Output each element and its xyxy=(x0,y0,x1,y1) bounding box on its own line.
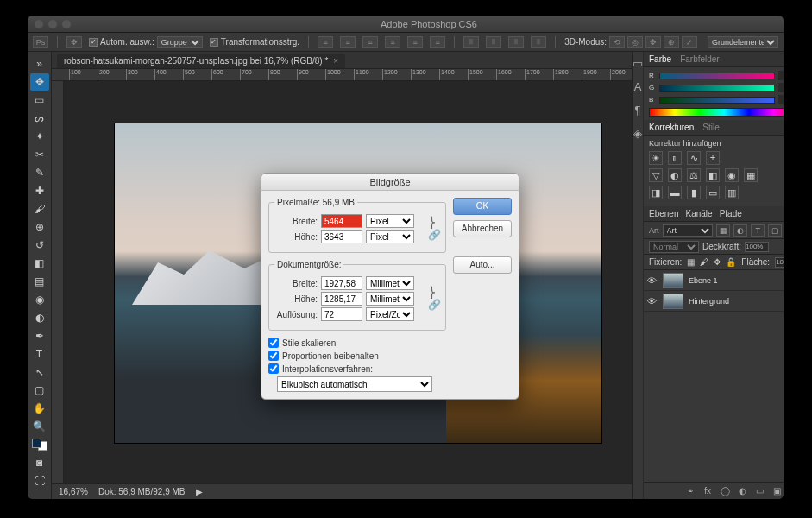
status-arrow-icon[interactable]: ▶ xyxy=(196,487,203,496)
paths-tab[interactable]: Pfade xyxy=(720,209,742,218)
wand-tool[interactable]: ✦ xyxy=(30,128,49,145)
photo-filter-icon[interactable]: ◉ xyxy=(725,168,739,182)
g-slider[interactable] xyxy=(659,85,775,92)
invert-icon[interactable]: ◨ xyxy=(649,186,663,199)
pixel-width-unit[interactable]: Pixel xyxy=(366,214,414,228)
b-slider[interactable] xyxy=(659,97,775,104)
layers-tab[interactable]: Ebenen xyxy=(649,209,678,218)
align-icon[interactable]: ≡ xyxy=(362,36,378,48)
distribute-icon[interactable]: ⫴ xyxy=(508,36,524,48)
mask-icon[interactable]: ◯ xyxy=(718,485,732,497)
shape-tool[interactable]: ▢ xyxy=(30,382,49,399)
heal-tool[interactable]: ✚ xyxy=(30,182,49,199)
history-panel-icon[interactable]: ▭ xyxy=(633,57,643,70)
layer-row[interactable]: 👁 Ebene 1 xyxy=(644,270,784,291)
quickmask-tool[interactable]: ◙ xyxy=(30,454,49,471)
brightness-icon[interactable]: ☀ xyxy=(649,151,663,165)
align-icon[interactable]: ≡ xyxy=(340,36,356,48)
lock-trans-icon[interactable]: ▦ xyxy=(687,257,695,267)
styles-tab[interactable]: Stile xyxy=(702,123,719,132)
fill-input[interactable] xyxy=(775,257,784,268)
visibility-icon[interactable]: 👁 xyxy=(647,296,658,306)
resample-checkbox[interactable] xyxy=(268,363,279,374)
align-icon[interactable]: ≡ xyxy=(407,36,423,48)
zoom-tool[interactable]: 🔍 xyxy=(30,418,49,435)
threshold-icon[interactable]: ▮ xyxy=(687,186,701,199)
ok-button[interactable]: OK xyxy=(453,198,512,215)
crop-tool[interactable]: ✂ xyxy=(30,146,49,163)
gradient-tool[interactable]: ▤ xyxy=(30,273,49,290)
close-tab-icon[interactable]: × xyxy=(333,56,338,66)
hue-icon[interactable]: ◐ xyxy=(668,168,682,182)
adjustment-layer-icon[interactable]: ◐ xyxy=(735,485,749,497)
new-layer-icon[interactable]: ▣ xyxy=(770,485,784,497)
auto-select-dropdown[interactable]: Gruppe xyxy=(157,36,203,48)
3d-panel-icon[interactable]: ◈ xyxy=(633,127,642,140)
fx-icon[interactable]: fx xyxy=(701,485,714,497)
mode3d-icon[interactable]: ⟲ xyxy=(609,36,625,48)
color-swatches[interactable] xyxy=(30,436,49,453)
char-panel-icon[interactable]: A xyxy=(634,80,642,93)
balance-icon[interactable]: ⚖ xyxy=(687,168,701,182)
adjustments-tab[interactable]: Korrekturen xyxy=(649,123,694,132)
resolution-input[interactable] xyxy=(321,307,362,321)
mixer-icon[interactable]: ▦ xyxy=(744,168,758,182)
pixel-height-input[interactable] xyxy=(321,230,362,243)
auto-select-checkbox[interactable]: ✓ xyxy=(89,38,98,47)
link-layers-icon[interactable]: ⚭ xyxy=(683,485,697,497)
r-slider[interactable] xyxy=(659,73,775,79)
lasso-tool[interactable]: ᔕ xyxy=(30,110,49,127)
constrain-proportions-checkbox[interactable] xyxy=(268,351,279,361)
channels-tab[interactable]: Kanäle xyxy=(685,209,712,218)
color-tab[interactable]: Farbe xyxy=(649,54,671,64)
constrain-link-icon[interactable]: ⎬ 🔗 xyxy=(428,212,440,245)
ps-logo-icon[interactable]: Ps xyxy=(33,36,48,48)
filter-adj-icon[interactable]: ◐ xyxy=(733,224,747,237)
brush-tool[interactable]: 🖌 xyxy=(30,200,49,218)
cancel-button[interactable]: Abbrechen xyxy=(453,220,512,237)
align-icon[interactable]: ≡ xyxy=(430,36,445,48)
distribute-icon[interactable]: ⫴ xyxy=(463,36,479,48)
doc-height-unit[interactable]: Millimeter xyxy=(366,292,414,306)
pen-tool[interactable]: ✒ xyxy=(30,327,49,344)
screenmode-tool[interactable]: ⛶ xyxy=(30,472,49,490)
lock-pos-icon[interactable]: ✥ xyxy=(714,257,721,267)
curves-icon[interactable]: ∿ xyxy=(687,151,701,165)
distribute-icon[interactable]: ⫴ xyxy=(531,36,546,48)
distribute-icon[interactable]: ⫴ xyxy=(486,36,501,48)
type-tool[interactable]: T xyxy=(30,345,49,363)
blur-tool[interactable]: ◉ xyxy=(30,291,49,308)
workspace-dropdown[interactable]: Grundelemente xyxy=(708,36,778,48)
map-icon[interactable]: ▭ xyxy=(706,186,720,199)
align-icon[interactable]: ≡ xyxy=(318,36,333,48)
doc-height-input[interactable] xyxy=(321,292,362,306)
expand-icon[interactable]: » xyxy=(30,55,49,73)
hand-tool[interactable]: ✋ xyxy=(30,400,49,417)
filter-shape-icon[interactable]: ▢ xyxy=(768,224,782,237)
move-tool[interactable]: ✥ xyxy=(30,73,49,91)
exposure-icon[interactable]: ± xyxy=(706,151,720,165)
filter-pixel-icon[interactable]: ▦ xyxy=(716,224,730,237)
bw-icon[interactable]: ◧ xyxy=(706,168,720,182)
visibility-icon[interactable]: 👁 xyxy=(647,275,658,286)
opacity-input[interactable] xyxy=(745,242,769,252)
traffic-lights[interactable] xyxy=(35,20,71,28)
doc-width-unit[interactable]: Millimeter xyxy=(366,276,414,290)
dodge-tool[interactable]: ◐ xyxy=(30,309,49,326)
eraser-tool[interactable]: ◧ xyxy=(30,255,49,272)
resample-method-dropdown[interactable]: Bikubisch automatisch xyxy=(277,376,432,392)
mode3d-icon[interactable]: ⤢ xyxy=(682,36,697,48)
group-icon[interactable]: ▭ xyxy=(752,485,766,497)
constrain-link-icon[interactable]: ⎬ 🔗 xyxy=(428,275,440,323)
document-tab[interactable]: robson-hatsukami-morgan-250757-unsplash.… xyxy=(57,54,345,68)
stamp-tool[interactable]: ⊕ xyxy=(30,218,49,236)
blend-mode-dropdown[interactable]: Normal xyxy=(649,241,699,253)
lock-pixel-icon[interactable]: 🖌 xyxy=(700,257,708,267)
filter-type-icon[interactable]: T xyxy=(751,224,765,237)
swatches-tab[interactable]: Farbfelder xyxy=(680,54,720,64)
hue-strip[interactable] xyxy=(649,108,784,117)
align-icon[interactable]: ≡ xyxy=(385,36,400,48)
levels-icon[interactable]: ⫾ xyxy=(668,151,682,165)
pixel-width-input[interactable] xyxy=(321,214,362,228)
layer-row[interactable]: 👁 Hintergrund 🔒 xyxy=(644,291,784,312)
